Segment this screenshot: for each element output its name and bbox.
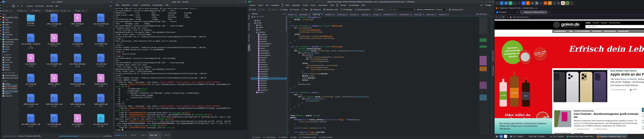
article-headline[interactable]: Apple dreht an der Preisschraube [610,72,644,76]
tree-item[interactable]: ⌄include [251,22,287,24]
places-item[interactable]: Zuletzt verwendete Or [1,77,18,79]
settings-launcher-icon[interactable]: ⚙ [495,135,498,138]
toolview-konsole[interactable]: ▸Konsole [251,136,262,138]
dolphin-tab[interactable]: hig…✕ [16,9,31,12]
menu-item[interactable]: Project [257,4,264,7]
comments-link[interactable]: 16 Kommentare [574,128,590,130]
editor-view[interactable]: ▼sys::ThreadPool::~ThreadPool(){ delete … [287,16,492,136]
file-item[interactable]: demangle8 Elemente [19,13,42,33]
task-button[interactable]: src — Dolphin [509,134,524,138]
compact-view-button[interactable]: ⊟ [16,4,19,8]
menu-item[interactable]: Window [340,4,347,7]
konsole-tab[interactable]: build : lldb✕ [148,132,162,139]
close-icon[interactable]: ✕ [492,1,493,2]
places-item[interactable]: admins [1,68,18,71]
menu-item[interactable]: Code [329,4,335,7]
dock-tab-projects[interactable]: Projects [248,44,250,52]
launcher-dot-icon[interactable] [0,8,1,8]
color-slider-icon[interactable]: ‖ [552,1,556,5]
symbol-combo[interactable]: pthread_create(pthread_t*, const pt [416,8,446,11]
launcher-dot-icon[interactable] [0,5,1,6]
icons-view-button[interactable]: ⊞ [12,4,15,8]
menu-item[interactable]: Navigation [270,4,280,7]
golem-search-input[interactable]: Artikel, News, ...🔍 [586,25,644,28]
editor-tab[interactable]: sysexec.h✕ [438,13,450,16]
tree-item[interactable]: hsysthread.h [251,77,287,80]
places-item[interactable]: Nokia X20 [1,95,18,97]
commit-button[interactable]: ⇡Commit… [374,8,386,11]
menu-item[interactable]: Session [248,4,256,7]
places-item[interactable]: 476,5 GiB Festplatte [1,90,18,92]
file-item[interactable]: C++cxa_handlers.cpp2,5 KiB [89,33,113,53]
menu-item[interactable]: Datei [284,4,290,7]
pin-icon[interactable]: ✦ [116,1,119,3]
tree-item[interactable]: ›fpenv [251,20,287,22]
tree-item[interactable]: hsyscmd.h [251,38,287,40]
rückgängig-button[interactable]: ↶Rückgängig [339,8,353,11]
qtcreator-icon[interactable]: QC [508,1,512,5]
places-item[interactable]: Moto Z2 [1,92,18,95]
task-button[interactable]: build : lldb — Konsole [525,134,546,138]
app-menu-icon[interactable]: ⋮ [495,1,499,5]
left-skyscraper-ad[interactable]: ZITRONE COLA MIX COLA Oder willst du wei… [494,68,552,134]
menu-item[interactable]: Bearbeiten [121,4,131,6]
dolphin-tab[interactable]: Sefa✕ [31,9,45,12]
editor-tab[interactable]: CMakeLists.txt✕ [382,13,398,16]
breadcrumb-item[interactable]: libcxxabi [46,5,53,7]
file-item[interactable]: C++cxa_demangle.cpp11,5 KiB [42,113,66,133]
video-link[interactable]: ▶Video [630,88,637,91]
chromium-icon[interactable]: O [522,1,526,5]
tree-item[interactable]: hsysinfo.h [251,61,287,64]
hamburger-menu-icon[interactable]: ☰ [109,4,112,8]
nav-item[interactable]: GOLEM PLUS [609,22,620,24]
browser-tab[interactable]: fFacebook✕ [495,10,520,14]
editor-tab[interactable]: thread.h✕ [287,13,298,16]
breadcrumb-item[interactable]: projects [27,5,33,7]
file-item[interactable]: C++cxa_virtual.cpp734 B [19,73,42,93]
article-3[interactable]: VODAFONE Umstellung im Kabelnetz macht Z… [554,133,638,134]
tree-item[interactable]: hsysconf.h [251,40,287,42]
file-item[interactable]: C++stdlib_stdexcept.cpp1,2 KiB [66,93,89,113]
dock-tab-documents[interactable]: Documents [248,22,250,32]
forward-caret-icon[interactable]: ⌄ [8,5,9,6]
places-item[interactable]: Videos [1,46,18,48]
task-button[interactable]: default: fresh, blogi, confdb, libht… [566,134,596,138]
menu-item[interactable]: Datei [114,4,120,6]
subnav-item[interactable]: KARRIEREWELT [554,30,566,32]
menu-item[interactable]: Bearbeiten [291,4,301,7]
places-item[interactable]: Familie [1,59,18,61]
close-icon[interactable]: ✕ [245,1,246,3]
menu-item[interactable]: Ansicht [132,4,139,6]
refresh-icon[interactable]: ⟳ [262,16,264,18]
file-item[interactable]: C++cxa_exception_ storage.cpp3,4 KiB [19,33,42,53]
file-item[interactable]: hcxa_exception.h6,2 KiB [66,113,89,133]
launcher-dot-icon[interactable] [0,16,1,17]
forward-icon[interactable]: → [499,16,501,18]
back-caret-icon[interactable]: ⌄ [4,5,6,6]
build-button[interactable]: ▶Build [248,8,257,11]
places-item[interactable]: Zuletzt geöffnete Date [1,74,18,77]
tree-item[interactable]: hsysconsole.h [251,45,287,47]
task-button[interactable]: Golem.de: IT-News für Profis — M… [596,134,628,138]
new-project-icon[interactable]: ▣ [252,16,253,18]
toolview-version-control[interactable]: ▸Version Control [318,136,334,138]
obs-icon[interactable]: ◎ [530,1,534,5]
menu-item[interactable]: Extras [310,4,316,7]
menu-item[interactable]: Hilfe [360,4,366,7]
arch-icon[interactable]: ▲ [570,1,574,5]
debug-button[interactable]: ▸Debug [278,8,288,11]
konsole-icon[interactable]: › [513,1,517,5]
maximize-icon[interactable]: ◇ [535,7,536,9]
places-item[interactable]: win2k [1,36,18,38]
code-editor[interactable]: ▼sys::ThreadPool::~ThreadPool(){ delete … [290,16,491,136]
browser-tab[interactable]: gGolem.de: IT-News für Prof✕ [520,10,548,14]
debug-launch-button[interactable]: ▦Debug Launch [448,8,464,11]
file-item[interactable]: C++stdlib_new_delete. cpp5,4 KiB [42,93,66,113]
launcher-dot-icon[interactable] [0,22,1,23]
pin-icon[interactable]: ✦ [250,0,253,3]
places-item[interactable]: primary [1,82,18,85]
launcher-dot-icon[interactable] [0,13,1,14]
tree-item[interactable]: hsysprocess.h [251,68,287,70]
zoom-slider[interactable] [59,136,101,136]
close-tab-icon[interactable]: ✕ [545,11,546,13]
